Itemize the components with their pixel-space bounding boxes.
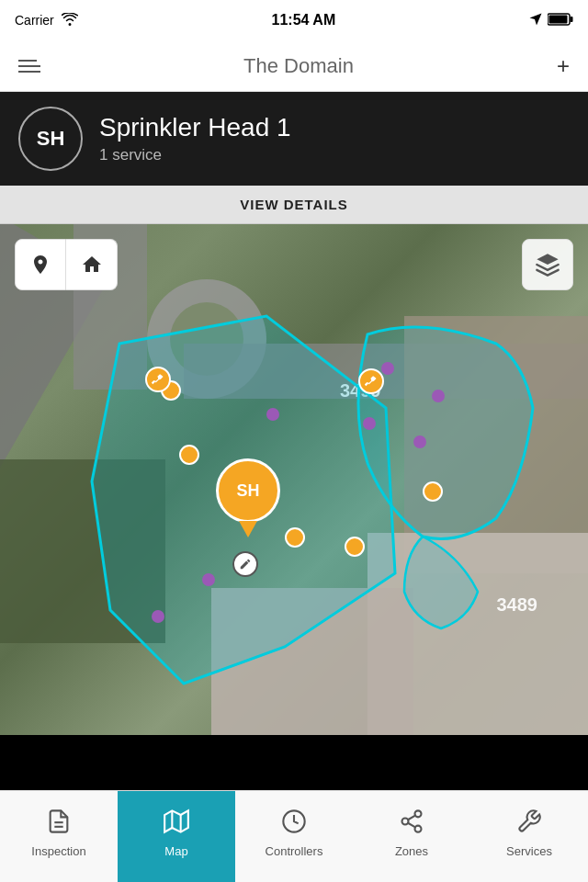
svg-point-12 [415, 825, 422, 831]
tab-map-label: Map [164, 844, 187, 858]
tab-inspection-label: Inspection [31, 844, 85, 858]
tab-inspection[interactable]: Inspection [0, 791, 118, 882]
asset-info: Sprinkler Head 1 1 service [99, 113, 291, 164]
svg-rect-1 [549, 15, 568, 23]
add-button[interactable]: + [557, 53, 570, 79]
asset-service-count: 1 service [99, 146, 291, 164]
edit-marker[interactable] [232, 551, 258, 577]
tab-services-label: Services [506, 844, 552, 858]
purple-dot-3 [202, 573, 215, 586]
tool-marker-2 [358, 368, 384, 394]
map-controls [15, 239, 118, 290]
services-icon [516, 808, 542, 841]
tab-controllers-label: Controllers [266, 844, 323, 858]
svg-point-11 [402, 818, 409, 824]
tab-bar: Inspection Map Controllers [0, 790, 588, 882]
location-button[interactable] [15, 239, 66, 290]
menu-icon[interactable] [18, 60, 40, 73]
tab-map[interactable]: Map [118, 791, 235, 882]
purple-dot-7 [432, 390, 445, 402]
main-marker-circle: SH [216, 458, 280, 523]
svg-point-10 [415, 810, 422, 817]
svg-marker-6 [164, 810, 188, 831]
tab-zones[interactable]: Zones [353, 791, 470, 882]
status-bar: Carrier 11:54 AM [0, 0, 588, 40]
location-arrow-icon [529, 13, 542, 28]
map-icon [164, 808, 189, 841]
nav-bar: The Domain + [0, 40, 588, 92]
tab-controllers[interactable]: Controllers [235, 791, 353, 882]
battery-icon [548, 13, 573, 28]
status-right [529, 13, 573, 28]
tool-marker-1 [145, 367, 171, 392]
zones-icon [399, 808, 424, 841]
inspection-icon [46, 808, 72, 841]
svg-line-14 [408, 815, 415, 820]
purple-dot-1 [266, 408, 279, 421]
main-marker-pin [239, 521, 257, 537]
avatar: SH [18, 107, 83, 171]
page-title: The Domain [243, 54, 354, 78]
map-terrain: 3499 3489 [0, 224, 588, 735]
dot-marker-5 [423, 481, 443, 502]
carrier-label: Carrier [15, 13, 54, 28]
layers-button[interactable] [522, 239, 573, 290]
purple-dot-4 [152, 610, 164, 623]
status-time: 11:54 AM [272, 12, 336, 28]
view-details-label: VIEW DETAILS [240, 197, 348, 212]
tab-zones-label: Zones [395, 844, 428, 858]
wifi-icon [62, 13, 78, 28]
purple-dot-6 [413, 435, 426, 448]
svg-rect-2 [571, 17, 573, 22]
tab-services[interactable]: Services [470, 791, 588, 882]
dot-marker-3 [285, 527, 305, 548]
map-area[interactable]: 3499 3489 [0, 224, 588, 735]
dot-marker-4 [345, 537, 365, 557]
svg-line-13 [408, 822, 415, 827]
purple-dot-8 [381, 362, 394, 375]
main-marker[interactable]: SH [216, 458, 280, 537]
dot-marker-2 [179, 445, 199, 465]
asset-header: SH Sprinkler Head 1 1 service [0, 92, 588, 186]
asset-name: Sprinkler Head 1 [99, 113, 291, 142]
status-left: Carrier [15, 13, 78, 28]
purple-dot-5 [363, 417, 376, 430]
home-button[interactable] [66, 239, 118, 290]
view-details-bar[interactable]: VIEW DETAILS [0, 186, 588, 224]
controllers-icon [281, 808, 307, 841]
